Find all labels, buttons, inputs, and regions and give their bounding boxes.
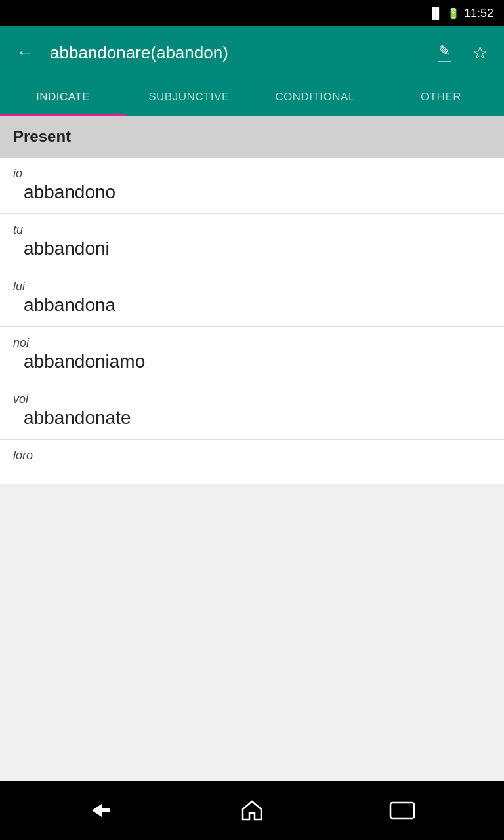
nav-recents-icon	[389, 800, 415, 821]
pronoun-tu: tu	[13, 223, 491, 237]
battery-icon: 🔋	[447, 7, 460, 20]
app-title: abbandonare(abandon)	[50, 43, 422, 63]
status-bar: ▐▌ 🔋 11:52	[0, 0, 504, 26]
pronoun-voi: voi	[13, 392, 491, 406]
back-button[interactable]: ←	[10, 37, 39, 68]
svg-rect-0	[390, 803, 414, 818]
conjugation-voi: voi abbandonate	[0, 383, 504, 440]
content-area: Present io abbandono tu abbandoni lui ab…	[0, 116, 504, 781]
nav-recents-button[interactable]	[383, 793, 422, 828]
verb-abbandoniamo: abbandoniamo	[13, 351, 491, 372]
conjugation-io: io abbandono	[0, 158, 504, 214]
nav-back-icon	[89, 801, 115, 820]
tab-other[interactable]: OTHER	[378, 79, 504, 116]
tab-conditional[interactable]: CONDITIONAL	[252, 79, 378, 116]
tab-subjunctive[interactable]: SUBJUNCTIVE	[126, 79, 252, 116]
favorite-button[interactable]: ☆	[467, 37, 494, 69]
bottom-nav	[0, 781, 504, 840]
nav-back-button[interactable]	[82, 794, 121, 827]
conjugation-loro: loro	[0, 440, 504, 484]
conjugation-lui: lui abbandona	[0, 270, 504, 327]
signal-icon: ▐▌	[428, 7, 443, 19]
nav-home-button[interactable]	[234, 792, 270, 829]
verb-abbandono: abbandono	[13, 182, 491, 203]
edit-button[interactable]: ✎	[432, 37, 456, 68]
pronoun-io: io	[13, 167, 491, 180]
pronoun-loro: loro	[13, 449, 491, 463]
conjugation-tu: tu abbandoni	[0, 214, 504, 270]
conjugation-noi: noi abbandoniamo	[0, 327, 504, 383]
section-title: Present	[13, 127, 71, 145]
edit-underline	[438, 61, 451, 62]
pronoun-lui: lui	[13, 280, 491, 293]
pronoun-noi: noi	[13, 336, 491, 350]
pencil-icon: ✎	[438, 43, 450, 60]
app-bar: ← abbandonare(abandon) ✎ ☆	[0, 26, 504, 79]
time-display: 11:52	[464, 7, 494, 20]
section-header: Present	[0, 116, 504, 158]
star-icon: ☆	[472, 43, 488, 63]
verb-abbandona: abbandona	[13, 295, 491, 316]
tab-indicate[interactable]: INDICATE	[0, 79, 126, 116]
nav-home-icon	[240, 799, 264, 822]
verb-abbandoni: abbandoni	[13, 238, 491, 259]
status-icons: ▐▌ 🔋 11:52	[428, 7, 494, 20]
verb-abbandonate: abbandonate	[13, 408, 491, 429]
back-icon: ←	[16, 42, 34, 63]
tabs-bar: INDICATE SUBJUNCTIVE CONDITIONAL OTHER	[0, 79, 504, 116]
